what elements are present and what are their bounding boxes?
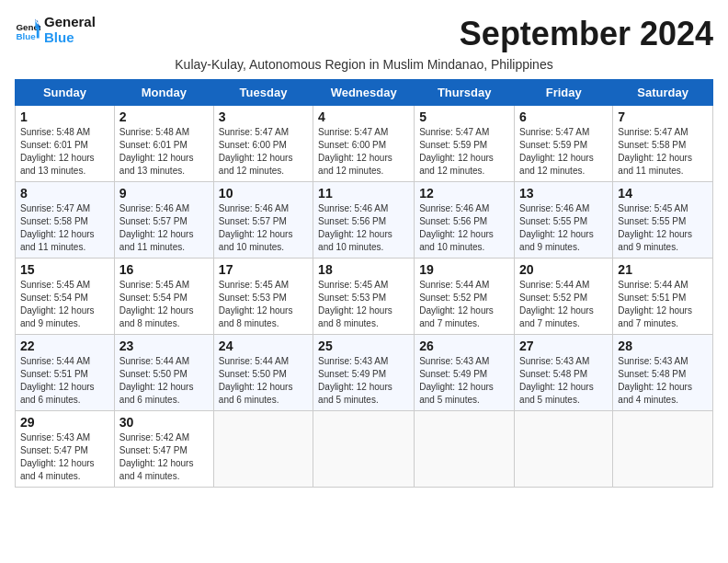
calendar-cell: 8 Sunrise: 5:47 AM Sunset: 5:58 PM Dayli… — [16, 182, 115, 259]
calendar-cell: 13 Sunrise: 5:46 AM Sunset: 5:55 PM Dayl… — [515, 182, 613, 259]
day-number: 3 — [219, 109, 308, 124]
dow-header-thursday: Thursday — [415, 80, 515, 106]
day-number: 2 — [119, 109, 209, 124]
calendar-cell: 17 Sunrise: 5:45 AM Sunset: 5:53 PM Dayl… — [213, 259, 313, 335]
day-number: 30 — [119, 415, 209, 430]
calendar-cell: 10 Sunrise: 5:46 AM Sunset: 5:57 PM Dayl… — [213, 182, 313, 259]
day-detail: Sunrise: 5:47 AM Sunset: 6:00 PM Dayligh… — [219, 126, 308, 178]
calendar-cell — [213, 411, 313, 488]
calendar-cell: 28 Sunrise: 5:43 AM Sunset: 5:48 PM Dayl… — [613, 335, 713, 411]
calendar-cell: 25 Sunrise: 5:43 AM Sunset: 5:49 PM Dayl… — [313, 335, 415, 411]
day-detail: Sunrise: 5:45 AM Sunset: 5:53 PM Dayligh… — [318, 279, 409, 330]
day-detail: Sunrise: 5:46 AM Sunset: 5:57 PM Dayligh… — [219, 202, 308, 254]
day-detail: Sunrise: 5:46 AM Sunset: 5:55 PM Dayligh… — [519, 202, 608, 254]
calendar-cell — [415, 411, 515, 488]
day-number: 14 — [618, 186, 708, 201]
dow-header-tuesday: Tuesday — [213, 80, 313, 106]
calendar-cell: 23 Sunrise: 5:44 AM Sunset: 5:50 PM Dayl… — [114, 335, 213, 411]
day-number: 20 — [519, 262, 608, 277]
calendar-cell: 12 Sunrise: 5:46 AM Sunset: 5:56 PM Dayl… — [415, 182, 515, 259]
day-number: 27 — [519, 339, 608, 353]
calendar-cell: 24 Sunrise: 5:44 AM Sunset: 5:50 PM Dayl… — [213, 335, 313, 411]
day-number: 1 — [20, 109, 109, 124]
calendar-cell: 30 Sunrise: 5:42 AM Sunset: 5:47 PM Dayl… — [114, 411, 213, 488]
day-detail: Sunrise: 5:47 AM Sunset: 5:58 PM Dayligh… — [20, 202, 109, 254]
calendar-cell: 19 Sunrise: 5:44 AM Sunset: 5:52 PM Dayl… — [415, 259, 515, 335]
calendar-cell — [613, 411, 713, 488]
day-detail: Sunrise: 5:46 AM Sunset: 5:57 PM Dayligh… — [119, 202, 209, 254]
day-number: 13 — [519, 186, 608, 201]
day-number: 5 — [419, 109, 509, 124]
day-number: 26 — [419, 339, 509, 353]
dow-header-sunday: Sunday — [16, 80, 115, 106]
subtitle: Kulay-Kulay, Autonomous Region in Muslim… — [15, 57, 713, 72]
calendar-cell: 11 Sunrise: 5:46 AM Sunset: 5:56 PM Dayl… — [313, 182, 415, 259]
calendar-cell: 4 Sunrise: 5:47 AM Sunset: 6:00 PM Dayli… — [313, 106, 415, 182]
day-number: 4 — [318, 109, 409, 124]
day-number: 8 — [20, 186, 109, 201]
day-detail: Sunrise: 5:47 AM Sunset: 5:59 PM Dayligh… — [519, 126, 608, 178]
calendar-cell: 3 Sunrise: 5:47 AM Sunset: 6:00 PM Dayli… — [213, 106, 313, 182]
day-number: 29 — [20, 415, 109, 430]
day-detail: Sunrise: 5:47 AM Sunset: 5:59 PM Dayligh… — [419, 126, 509, 178]
logo-icon: General Blue — [15, 17, 40, 43]
calendar-cell: 9 Sunrise: 5:46 AM Sunset: 5:57 PM Dayli… — [114, 182, 213, 259]
day-detail: Sunrise: 5:43 AM Sunset: 5:48 PM Dayligh… — [618, 355, 708, 407]
day-number: 11 — [318, 186, 409, 201]
logo-line1: General — [44, 15, 96, 30]
day-detail: Sunrise: 5:44 AM Sunset: 5:51 PM Dayligh… — [20, 355, 109, 407]
day-number: 22 — [20, 339, 109, 353]
day-detail: Sunrise: 5:44 AM Sunset: 5:50 PM Dayligh… — [219, 355, 308, 407]
calendar-cell: 21 Sunrise: 5:44 AM Sunset: 5:51 PM Dayl… — [613, 259, 713, 335]
day-detail: Sunrise: 5:48 AM Sunset: 6:01 PM Dayligh… — [20, 126, 109, 178]
day-detail: Sunrise: 5:44 AM Sunset: 5:51 PM Dayligh… — [618, 279, 708, 330]
calendar-cell: 26 Sunrise: 5:43 AM Sunset: 5:49 PM Dayl… — [415, 335, 515, 411]
day-detail: Sunrise: 5:48 AM Sunset: 6:01 PM Dayligh… — [119, 126, 209, 178]
day-number: 19 — [419, 262, 509, 277]
day-detail: Sunrise: 5:44 AM Sunset: 5:50 PM Dayligh… — [119, 355, 209, 407]
day-number: 7 — [618, 109, 708, 124]
dow-header-wednesday: Wednesday — [313, 80, 415, 106]
day-number: 10 — [219, 186, 308, 201]
calendar-cell: 18 Sunrise: 5:45 AM Sunset: 5:53 PM Dayl… — [313, 259, 415, 335]
day-detail: Sunrise: 5:43 AM Sunset: 5:49 PM Dayligh… — [419, 355, 509, 407]
day-detail: Sunrise: 5:45 AM Sunset: 5:53 PM Dayligh… — [219, 279, 308, 330]
dow-header-saturday: Saturday — [613, 80, 713, 106]
day-number: 28 — [618, 339, 708, 353]
logo: General Blue General Blue — [15, 15, 96, 45]
calendar-cell: 14 Sunrise: 5:45 AM Sunset: 5:55 PM Dayl… — [613, 182, 713, 259]
svg-text:Blue: Blue — [16, 30, 36, 40]
day-detail: Sunrise: 5:42 AM Sunset: 5:47 PM Dayligh… — [119, 431, 209, 483]
day-number: 23 — [119, 339, 209, 353]
day-number: 17 — [219, 262, 308, 277]
day-detail: Sunrise: 5:44 AM Sunset: 5:52 PM Dayligh… — [419, 279, 509, 330]
day-number: 6 — [519, 109, 608, 124]
dow-header-monday: Monday — [114, 80, 213, 106]
calendar-cell — [515, 411, 613, 488]
day-detail: Sunrise: 5:43 AM Sunset: 5:48 PM Dayligh… — [519, 355, 608, 407]
calendar-cell: 15 Sunrise: 5:45 AM Sunset: 5:54 PM Dayl… — [16, 259, 115, 335]
calendar-cell: 16 Sunrise: 5:45 AM Sunset: 5:54 PM Dayl… — [114, 259, 213, 335]
calendar-cell — [313, 411, 415, 488]
day-number: 25 — [318, 339, 409, 353]
day-detail: Sunrise: 5:45 AM Sunset: 5:54 PM Dayligh… — [20, 279, 109, 330]
calendar-cell: 1 Sunrise: 5:48 AM Sunset: 6:01 PM Dayli… — [16, 106, 115, 182]
day-detail: Sunrise: 5:44 AM Sunset: 5:52 PM Dayligh… — [519, 279, 608, 330]
day-number: 21 — [618, 262, 708, 277]
calendar-cell: 20 Sunrise: 5:44 AM Sunset: 5:52 PM Dayl… — [515, 259, 613, 335]
day-detail: Sunrise: 5:46 AM Sunset: 5:56 PM Dayligh… — [318, 202, 409, 254]
calendar-cell: 27 Sunrise: 5:43 AM Sunset: 5:48 PM Dayl… — [515, 335, 613, 411]
calendar-table: SundayMondayTuesdayWednesdayThursdayFrid… — [15, 79, 713, 488]
day-number: 24 — [219, 339, 308, 353]
calendar-cell: 2 Sunrise: 5:48 AM Sunset: 6:01 PM Dayli… — [114, 106, 213, 182]
day-detail: Sunrise: 5:43 AM Sunset: 5:47 PM Dayligh… — [20, 431, 109, 483]
month-title: September 2024 — [460, 15, 713, 53]
day-detail: Sunrise: 5:45 AM Sunset: 5:55 PM Dayligh… — [618, 202, 708, 254]
calendar-cell: 5 Sunrise: 5:47 AM Sunset: 5:59 PM Dayli… — [415, 106, 515, 182]
day-number: 12 — [419, 186, 509, 201]
calendar-cell: 29 Sunrise: 5:43 AM Sunset: 5:47 PM Dayl… — [16, 411, 115, 488]
calendar-cell: 7 Sunrise: 5:47 AM Sunset: 5:58 PM Dayli… — [613, 106, 713, 182]
calendar-cell: 6 Sunrise: 5:47 AM Sunset: 5:59 PM Dayli… — [515, 106, 613, 182]
day-number: 16 — [119, 262, 209, 277]
calendar-cell: 22 Sunrise: 5:44 AM Sunset: 5:51 PM Dayl… — [16, 335, 115, 411]
